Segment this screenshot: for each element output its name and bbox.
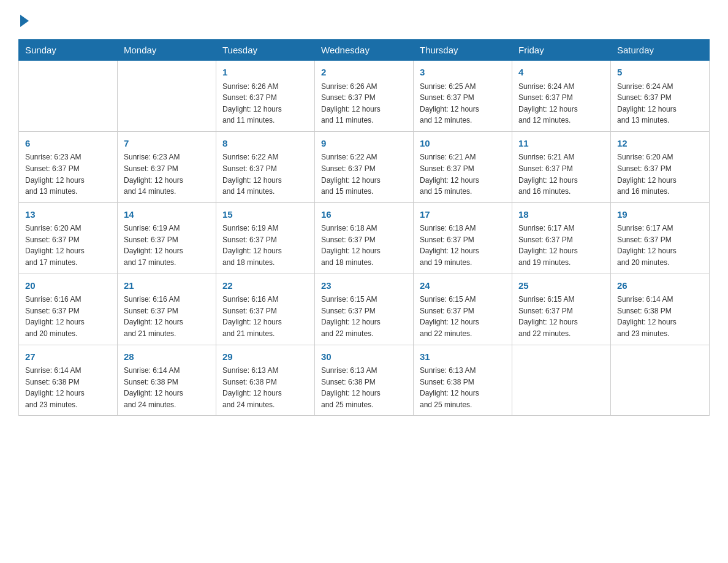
day-info: Sunrise: 6:18 AMSunset: 6:37 PMDaylight:…: [420, 223, 506, 268]
calendar-cell: 5Sunrise: 6:24 AMSunset: 6:37 PMDaylight…: [611, 61, 710, 132]
calendar-cell: [611, 345, 710, 416]
day-number: 30: [321, 350, 407, 364]
day-info: Sunrise: 6:15 AMSunset: 6:37 PMDaylight:…: [518, 294, 604, 339]
calendar-cell: 7Sunrise: 6:23 AMSunset: 6:37 PMDaylight…: [118, 131, 216, 202]
day-number: 3: [420, 66, 506, 80]
day-number: 21: [124, 279, 210, 293]
day-info: Sunrise: 6:20 AMSunset: 6:37 PMDaylight:…: [25, 223, 111, 268]
calendar-cell: 4Sunrise: 6:24 AMSunset: 6:37 PMDaylight…: [512, 61, 611, 132]
day-info: Sunrise: 6:19 AMSunset: 6:37 PMDaylight:…: [124, 223, 210, 268]
header-saturday: Saturday: [611, 40, 710, 61]
calendar-cell: 23Sunrise: 6:15 AMSunset: 6:37 PMDayligh…: [315, 274, 414, 345]
day-number: 25: [518, 279, 604, 293]
page-header: [18, 12, 710, 27]
calendar-cell: 17Sunrise: 6:18 AMSunset: 6:37 PMDayligh…: [414, 202, 512, 274]
header-thursday: Thursday: [414, 40, 512, 61]
calendar-cell: 8Sunrise: 6:22 AMSunset: 6:37 PMDaylight…: [216, 131, 315, 202]
header-friday: Friday: [512, 40, 611, 61]
day-info: Sunrise: 6:17 AMSunset: 6:37 PMDaylight:…: [518, 223, 604, 268]
header-tuesday: Tuesday: [216, 40, 315, 61]
calendar-cell: [118, 61, 216, 132]
day-info: Sunrise: 6:14 AMSunset: 6:38 PMDaylight:…: [617, 294, 703, 339]
calendar-cell: 15Sunrise: 6:19 AMSunset: 6:37 PMDayligh…: [216, 202, 315, 274]
calendar-week-row: 6Sunrise: 6:23 AMSunset: 6:37 PMDaylight…: [19, 131, 710, 202]
calendar-cell: 10Sunrise: 6:21 AMSunset: 6:37 PMDayligh…: [414, 131, 512, 202]
day-number: 12: [617, 137, 703, 151]
day-number: 7: [124, 137, 210, 151]
day-info: Sunrise: 6:24 AMSunset: 6:37 PMDaylight:…: [617, 81, 703, 126]
day-info: Sunrise: 6:25 AMSunset: 6:37 PMDaylight:…: [420, 81, 506, 126]
day-number: 2: [321, 66, 407, 80]
day-info: Sunrise: 6:26 AMSunset: 6:37 PMDaylight:…: [321, 81, 407, 126]
day-info: Sunrise: 6:23 AMSunset: 6:37 PMDaylight:…: [25, 151, 111, 197]
day-number: 10: [420, 137, 506, 151]
day-number: 13: [25, 208, 111, 222]
day-info: Sunrise: 6:23 AMSunset: 6:37 PMDaylight:…: [124, 151, 210, 197]
day-number: 9: [321, 137, 407, 151]
calendar-cell: [512, 345, 611, 416]
day-info: Sunrise: 6:17 AMSunset: 6:37 PMDaylight:…: [617, 223, 703, 268]
day-number: 18: [518, 208, 604, 222]
calendar-cell: 29Sunrise: 6:13 AMSunset: 6:38 PMDayligh…: [216, 345, 315, 416]
calendar-cell: 30Sunrise: 6:13 AMSunset: 6:38 PMDayligh…: [315, 345, 414, 416]
calendar-cell: 31Sunrise: 6:13 AMSunset: 6:38 PMDayligh…: [414, 345, 512, 416]
calendar-cell: 25Sunrise: 6:15 AMSunset: 6:37 PMDayligh…: [512, 274, 611, 345]
calendar-cell: 11Sunrise: 6:21 AMSunset: 6:37 PMDayligh…: [512, 131, 611, 202]
day-number: 6: [25, 137, 111, 151]
header-wednesday: Wednesday: [315, 40, 414, 61]
day-number: 22: [222, 279, 308, 293]
calendar-cell: 2Sunrise: 6:26 AMSunset: 6:37 PMDaylight…: [315, 61, 414, 132]
calendar-cell: 22Sunrise: 6:16 AMSunset: 6:37 PMDayligh…: [216, 274, 315, 345]
day-number: 16: [321, 208, 407, 222]
day-number: 1: [222, 66, 308, 80]
logo: [18, 12, 29, 27]
calendar-cell: 19Sunrise: 6:17 AMSunset: 6:37 PMDayligh…: [611, 202, 710, 274]
day-number: 23: [321, 279, 407, 293]
calendar-cell: 24Sunrise: 6:15 AMSunset: 6:37 PMDayligh…: [414, 274, 512, 345]
header-monday: Monday: [118, 40, 216, 61]
calendar-cell: 27Sunrise: 6:14 AMSunset: 6:38 PMDayligh…: [19, 345, 118, 416]
calendar-cell: 28Sunrise: 6:14 AMSunset: 6:38 PMDayligh…: [118, 345, 216, 416]
day-info: Sunrise: 6:19 AMSunset: 6:37 PMDaylight:…: [222, 223, 308, 268]
day-info: Sunrise: 6:16 AMSunset: 6:37 PMDaylight:…: [124, 294, 210, 339]
day-info: Sunrise: 6:13 AMSunset: 6:38 PMDaylight:…: [222, 365, 308, 410]
day-number: 11: [518, 137, 604, 151]
day-number: 8: [222, 137, 308, 151]
calendar-cell: 20Sunrise: 6:16 AMSunset: 6:37 PMDayligh…: [19, 274, 118, 345]
header-sunday: Sunday: [19, 40, 118, 61]
calendar-week-row: 13Sunrise: 6:20 AMSunset: 6:37 PMDayligh…: [19, 202, 710, 274]
calendar-cell: 3Sunrise: 6:25 AMSunset: 6:37 PMDaylight…: [414, 61, 512, 132]
day-info: Sunrise: 6:26 AMSunset: 6:37 PMDaylight:…: [222, 81, 308, 126]
calendar-header-row: SundayMondayTuesdayWednesdayThursdayFrid…: [19, 40, 710, 61]
day-info: Sunrise: 6:13 AMSunset: 6:38 PMDaylight:…: [420, 365, 506, 410]
calendar-table: SundayMondayTuesdayWednesdayThursdayFrid…: [18, 39, 710, 416]
day-info: Sunrise: 6:13 AMSunset: 6:38 PMDaylight:…: [321, 365, 407, 410]
calendar-cell: 14Sunrise: 6:19 AMSunset: 6:37 PMDayligh…: [118, 202, 216, 274]
day-number: 17: [420, 208, 506, 222]
day-info: Sunrise: 6:22 AMSunset: 6:37 PMDaylight:…: [222, 151, 308, 197]
day-info: Sunrise: 6:20 AMSunset: 6:37 PMDaylight:…: [617, 151, 703, 197]
day-number: 24: [420, 279, 506, 293]
calendar-cell: [19, 61, 118, 132]
calendar-cell: 18Sunrise: 6:17 AMSunset: 6:37 PMDayligh…: [512, 202, 611, 274]
calendar-week-row: 1Sunrise: 6:26 AMSunset: 6:37 PMDaylight…: [19, 61, 710, 132]
day-number: 20: [25, 279, 111, 293]
day-info: Sunrise: 6:15 AMSunset: 6:37 PMDaylight:…: [420, 294, 506, 339]
day-info: Sunrise: 6:14 AMSunset: 6:38 PMDaylight:…: [25, 365, 111, 410]
day-number: 19: [617, 208, 703, 222]
day-info: Sunrise: 6:22 AMSunset: 6:37 PMDaylight:…: [321, 151, 407, 197]
day-info: Sunrise: 6:18 AMSunset: 6:37 PMDaylight:…: [321, 223, 407, 268]
logo-top: [18, 12, 29, 27]
calendar-cell: 12Sunrise: 6:20 AMSunset: 6:37 PMDayligh…: [611, 131, 710, 202]
day-info: Sunrise: 6:21 AMSunset: 6:37 PMDaylight:…: [420, 151, 506, 197]
calendar-cell: 26Sunrise: 6:14 AMSunset: 6:38 PMDayligh…: [611, 274, 710, 345]
day-number: 31: [420, 350, 506, 364]
day-info: Sunrise: 6:21 AMSunset: 6:37 PMDaylight:…: [518, 151, 604, 197]
day-number: 27: [25, 350, 111, 364]
logo-arrow-icon: [20, 15, 29, 27]
calendar-cell: 16Sunrise: 6:18 AMSunset: 6:37 PMDayligh…: [315, 202, 414, 274]
calendar-cell: 9Sunrise: 6:22 AMSunset: 6:37 PMDaylight…: [315, 131, 414, 202]
day-info: Sunrise: 6:16 AMSunset: 6:37 PMDaylight:…: [25, 294, 111, 339]
day-info: Sunrise: 6:24 AMSunset: 6:37 PMDaylight:…: [518, 81, 604, 126]
day-info: Sunrise: 6:16 AMSunset: 6:37 PMDaylight:…: [222, 294, 308, 339]
